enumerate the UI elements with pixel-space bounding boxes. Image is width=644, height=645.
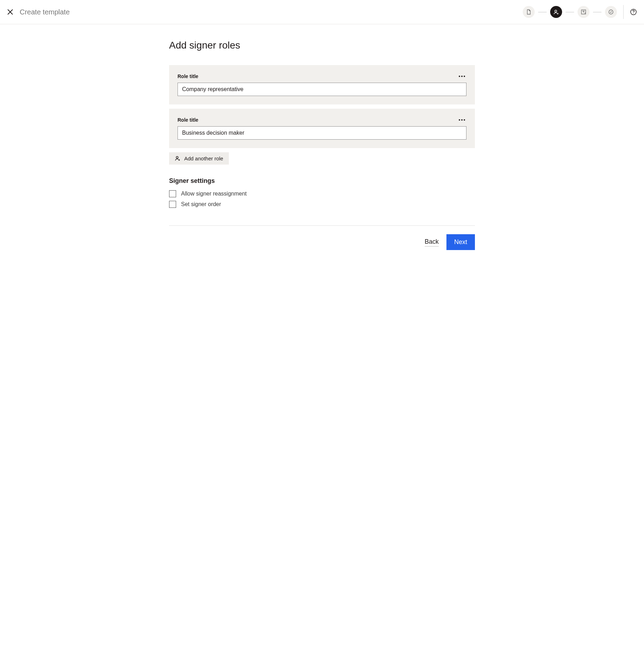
checkbox-row-reassignment: Allow signer reassignment	[169, 190, 475, 197]
role-more-button[interactable]	[457, 118, 466, 122]
close-button[interactable]	[7, 9, 13, 15]
more-icon	[461, 119, 463, 121]
svg-point-2	[555, 10, 557, 12]
footer-divider	[169, 225, 475, 226]
more-icon	[459, 76, 460, 77]
add-person-icon	[175, 155, 181, 161]
add-person-icon	[553, 9, 559, 15]
signer-settings-section: Signer settings Allow signer reassignmen…	[169, 177, 475, 208]
header-right	[523, 5, 637, 19]
step-review[interactable]	[605, 6, 617, 18]
document-icon	[526, 9, 532, 15]
step-line	[538, 12, 547, 12]
add-role-label: Add another role	[184, 155, 223, 161]
next-button[interactable]: Next	[446, 234, 475, 250]
header-left: Create template	[7, 8, 70, 16]
step-line	[593, 12, 601, 12]
help-icon	[630, 8, 637, 15]
more-icon	[464, 76, 465, 77]
role-card-header: Role title	[178, 117, 466, 123]
page-heading: Add signer roles	[169, 40, 475, 51]
more-icon	[459, 119, 460, 121]
text-field-icon	[581, 9, 586, 15]
more-icon	[464, 119, 465, 121]
signer-settings-heading: Signer settings	[169, 177, 475, 185]
checkbox-row-order: Set signer order	[169, 201, 475, 208]
role-title-input[interactable]	[178, 83, 466, 96]
svg-point-9	[176, 157, 178, 159]
set-order-label[interactable]: Set signer order	[181, 201, 221, 207]
step-signers[interactable]	[550, 6, 562, 18]
header: Create template	[0, 0, 644, 24]
allow-reassignment-checkbox[interactable]	[169, 190, 176, 197]
role-title-input[interactable]	[178, 126, 466, 140]
svg-point-8	[633, 13, 634, 14]
footer-actions: Back Next	[169, 234, 475, 250]
role-card-header: Role title	[178, 74, 466, 79]
role-card: Role title	[169, 65, 475, 104]
role-card: Role title	[169, 109, 475, 148]
add-role-button[interactable]: Add another role	[169, 152, 229, 165]
role-more-button[interactable]	[457, 74, 466, 78]
stepper	[523, 6, 617, 18]
header-title: Create template	[20, 8, 70, 16]
close-icon	[7, 9, 13, 15]
main-content: Add signer roles Role title Role title	[169, 24, 475, 264]
step-document[interactable]	[523, 6, 535, 18]
step-line	[566, 12, 574, 12]
help-button[interactable]	[630, 8, 637, 15]
role-title-label: Role title	[178, 74, 198, 79]
back-button[interactable]: Back	[425, 238, 439, 247]
role-title-label: Role title	[178, 117, 198, 123]
step-fields[interactable]	[578, 6, 590, 18]
allow-reassignment-label[interactable]: Allow signer reassignment	[181, 191, 247, 197]
set-order-checkbox[interactable]	[169, 201, 176, 208]
more-icon	[461, 76, 463, 77]
check-circle-icon	[608, 9, 614, 15]
vertical-divider	[623, 5, 624, 19]
